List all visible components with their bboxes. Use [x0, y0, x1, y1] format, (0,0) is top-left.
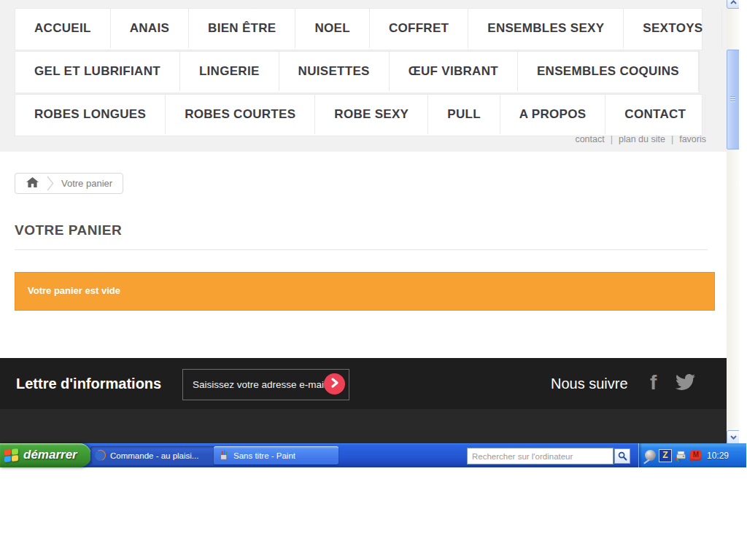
start-button[interactable]: démarrer [0, 443, 91, 467]
link-plan-du-site[interactable]: plan du site [605, 134, 665, 144]
menu-item-robes-longues[interactable]: ROBES LONGUES [15, 95, 166, 134]
header-menu-area: ACCUEIL ANAIS BIEN ÊTRE NOEL COFFRET ENS… [0, 0, 727, 152]
xp-taskbar: démarrer Commande - au plaisi... Sans ti… [0, 443, 740, 467]
newsletter-form [182, 369, 349, 400]
firefox-icon [95, 450, 106, 461]
menu-item-oeuf-vibrant[interactable]: ŒUF VIBRANT [390, 52, 518, 91]
empty-cart-alert: Votre panier est vide [15, 272, 715, 311]
breadcrumb: Votre panier [15, 173, 123, 194]
page-title: VOTRE PANIER [15, 222, 122, 238]
menu-item-sextoys[interactable]: SEXTOYS [624, 9, 722, 48]
printer-icon[interactable] [675, 450, 687, 462]
browser-scrollbar[interactable] [727, 0, 739, 443]
footer-newsletter: Lettre d'informations Nous suivre f [0, 358, 727, 409]
menu-item-robes-courtes[interactable]: ROBES COURTES [166, 95, 315, 134]
taskbar-item-paint[interactable]: Sans titre - Paint [214, 446, 338, 464]
menu-item-anais[interactable]: ANAIS [111, 9, 189, 48]
newsletter-submit-button[interactable] [324, 373, 345, 394]
menu-item-bien-etre[interactable]: BIEN ÊTRE [189, 9, 295, 48]
footer-bottom-strip [0, 409, 727, 443]
taskbar-item-label: Commande - au plaisi... [110, 451, 198, 460]
home-icon [26, 177, 39, 190]
scrollbar-grip-icon [730, 96, 735, 103]
menu-item-nuisettes[interactable]: NUISETTES [279, 52, 390, 91]
menu-item-accueil[interactable]: ACCUEIL [15, 9, 111, 48]
link-favoris[interactable]: favoris [665, 134, 706, 144]
breadcrumb-current: Votre panier [54, 178, 112, 189]
follow-us-label: Nous suivre [551, 376, 628, 392]
search-button[interactable] [614, 448, 630, 464]
main-content: Votre panier VOTRE PANIER Votre panier e… [0, 152, 727, 358]
twitter-icon[interactable] [676, 374, 695, 394]
taskbar-search [467, 448, 630, 464]
tray-clock: 10:29 [707, 451, 729, 461]
newsletter-email-input[interactable] [183, 370, 387, 400]
menu-item-noel[interactable]: NOEL [295, 9, 369, 48]
facebook-icon[interactable]: f [650, 371, 657, 394]
system-tray: Z M 10:29 [638, 443, 746, 467]
start-button-label: démarrer [23, 448, 77, 464]
windows-logo-icon [4, 448, 18, 462]
menu-item-pull[interactable]: PULL [428, 95, 500, 134]
menu-row-1: ACCUEIL ANAIS BIEN ÊTRE NOEL COFFRET ENS… [15, 8, 703, 50]
scroll-up-button[interactable] [727, 0, 739, 9]
menu-row-3: ROBES LONGUES ROBES COURTES ROBE SEXY PU… [15, 94, 703, 136]
search-icon [618, 451, 627, 461]
main-navigation: ACCUEIL ANAIS BIEN ÊTRE NOEL COFFRET ENS… [15, 8, 703, 137]
menu-item-contact[interactable]: CONTACT [605, 95, 705, 134]
utility-links: contactplan du sitefavoris [575, 134, 706, 144]
menu-item-coffret[interactable]: COFFRET [370, 9, 468, 48]
messenger-icon[interactable]: M [690, 450, 702, 461]
taskbar-item-firefox[interactable]: Commande - au plaisi... [90, 446, 220, 464]
title-divider [15, 249, 708, 250]
menu-item-a-propos[interactable]: A PROPOS [500, 95, 606, 134]
taskbar-item-label: Sans titre - Paint [233, 451, 295, 460]
menu-item-ensembles-sexy[interactable]: ENSEMBLES SEXY [468, 9, 624, 48]
arrow-right-icon [330, 377, 340, 391]
scrollbar-thumb[interactable] [727, 50, 739, 149]
scroll-down-button[interactable] [727, 430, 739, 443]
chevron-right-icon [47, 174, 54, 192]
menu-item-gel-et-lubrifiant[interactable]: GEL ET LUBRIFIANT [15, 52, 180, 91]
link-contact[interactable]: contact [575, 134, 604, 144]
menu-item-robe-sexy[interactable]: ROBE SEXY [315, 95, 428, 134]
paint-icon [218, 450, 229, 461]
menu-item-lingerie[interactable]: LINGERIE [180, 52, 279, 91]
desktop-search-input[interactable] [467, 448, 614, 464]
browser-viewport: ACCUEIL ANAIS BIEN ÊTRE NOEL COFFRET ENS… [0, 0, 727, 443]
menu-item-ensembles-coquins[interactable]: ENSEMBLES COQUINS [518, 52, 699, 91]
newsletter-label: Lettre d'informations [16, 376, 161, 392]
zonealarm-icon[interactable]: Z [659, 449, 672, 462]
volume-icon[interactable] [645, 450, 656, 461]
menu-row-2: GEL ET LUBRIFIANT LINGERIE NUISETTES ŒUF… [15, 51, 700, 93]
breadcrumb-home-link[interactable] [15, 177, 47, 190]
